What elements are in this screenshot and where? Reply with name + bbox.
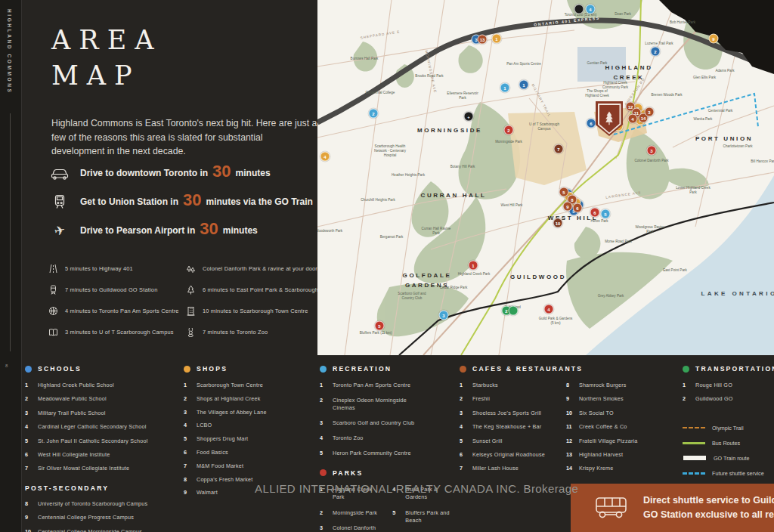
map-neighborhood-label: CURRAN HALL bbox=[421, 192, 487, 199]
site-marker bbox=[596, 101, 623, 136]
torn-corner bbox=[659, 0, 774, 74]
transportation-dot bbox=[683, 366, 689, 373]
amenity-zoo: 7 minutes to Toronto Zoo bbox=[186, 327, 268, 337]
title-line-2: MAP bbox=[51, 60, 141, 91]
map-place-label: Burrows Hall Park bbox=[347, 57, 382, 61]
post-secondary-header: POST-SECONDARY bbox=[25, 484, 180, 492]
map-marker bbox=[509, 306, 519, 316]
map-marker: 3 bbox=[472, 35, 481, 45]
map-place-label: Luzerne Trail Park bbox=[642, 42, 676, 46]
parks-header: PARKS bbox=[320, 469, 460, 477]
legend-item: 6West Hill Collegiate Institute bbox=[25, 451, 180, 458]
left-edge-strip: HIGHLAND COMMONS 8 bbox=[0, 0, 22, 532]
schools-header: SCHOOLS bbox=[25, 365, 180, 373]
map-place-label: Bluffers Park (11 km) bbox=[358, 331, 393, 336]
legend-item: 4The Keg Steakhouse + Bar bbox=[460, 423, 545, 430]
map-marker: 10 bbox=[553, 218, 563, 228]
parkland-blobs bbox=[354, 0, 723, 336]
map-place-label: Bergamot Park bbox=[374, 235, 409, 240]
schools-list: 1Highland Creek Public School2Meadowvale… bbox=[25, 382, 180, 479]
legend-item: 7Miller Lash House bbox=[460, 465, 545, 472]
amenity-town-centre: 10 minutes to Scarborough Town Centre bbox=[186, 306, 308, 316]
legend-item: 2Freshii bbox=[460, 395, 545, 402]
map-neighborhood-label: MORNINGSIDE bbox=[417, 127, 482, 134]
map-marker: 3 bbox=[439, 311, 449, 320]
car-icon bbox=[48, 167, 71, 180]
map-place-label: Heather Heights Park bbox=[391, 173, 426, 178]
building-icon bbox=[186, 306, 196, 316]
legend-item: 6Kelseys Original Roadhouse bbox=[460, 451, 545, 458]
legend-item: 5St. John Paul II Catholic Secondary Sch… bbox=[25, 438, 180, 444]
route-sample-swatch bbox=[683, 427, 705, 428]
route-legend-item: Bus Routes bbox=[683, 440, 774, 447]
map-marker: 9 bbox=[709, 34, 719, 44]
map-marker: 3 bbox=[647, 146, 657, 156]
uoft-campus-area bbox=[508, 112, 587, 185]
amenity-uoft: 3 minutes to U of T Scarborough Campus bbox=[48, 327, 174, 337]
map-place-label: Scarborough Health Network - Centenary H… bbox=[373, 144, 407, 158]
trees-icon bbox=[186, 264, 196, 274]
legend-item: 9Northern Smokes bbox=[566, 395, 638, 402]
shops-dot bbox=[184, 366, 190, 373]
map-place-label: Cedar Ridge Park bbox=[436, 286, 471, 290]
map-marker: 5 bbox=[640, 110, 650, 119]
olympic-trail-line bbox=[461, 0, 641, 355]
legend-item: 10Centennial College Morningside Campus bbox=[25, 528, 180, 532]
map-place-label: East Point Park bbox=[658, 268, 692, 273]
legend-item: 2Guildwood GO bbox=[683, 395, 774, 402]
legend-recreation-column: RECREATION 1Toronto Pan Am Sports Centre… bbox=[320, 365, 460, 532]
route-legend-item: Olympic Trail bbox=[683, 425, 774, 431]
map-neighborhood-label: GUILDWOOD bbox=[510, 274, 566, 280]
map-marker: 8 bbox=[571, 198, 581, 208]
map-marker: 5 bbox=[569, 206, 579, 216]
map-neighborhood-label: WEST HILL bbox=[548, 215, 599, 221]
map-marker: 4 bbox=[586, 5, 596, 14]
bus-icon bbox=[593, 496, 630, 520]
cafes-list-right: 8Shamrock Burgers9Northern Smokes10Six S… bbox=[566, 382, 638, 479]
map-place-label: Charlottetown Park bbox=[720, 144, 755, 149]
map-neighborhood-label: HIGHLAND CREEK bbox=[596, 63, 661, 83]
brokerage-watermark: ALLIED INTERNATIONAL REALTY CANADA INC. … bbox=[255, 482, 578, 495]
map-place-label: Dean Park bbox=[605, 12, 640, 17]
highlight-union-station: Get to Union Station in 30 minutes via t… bbox=[48, 193, 313, 210]
map-place-label: Ellesmere Reservoir Park bbox=[445, 91, 480, 101]
map-road-label: ONTARIO 401 EXPRESS bbox=[534, 15, 600, 26]
recreation-dot bbox=[320, 366, 327, 373]
legend-transportation-column: TRANSPORTATION 1Rouge Hill GO2Guildwood … bbox=[683, 365, 774, 485]
map-marker: 7 bbox=[574, 200, 584, 210]
route-sample-swatch bbox=[683, 472, 705, 475]
page-number: 8 bbox=[5, 363, 8, 368]
map-marker: 3 bbox=[633, 104, 643, 113]
map-place-label: Guildwood bbox=[495, 305, 530, 310]
map-marker: 4 bbox=[320, 152, 330, 162]
book-icon bbox=[48, 327, 58, 337]
pine-tree-icon bbox=[602, 109, 617, 128]
map-marker: 1 bbox=[500, 83, 510, 93]
legend-item: 5Shoppers Drug Mart bbox=[184, 435, 316, 442]
legend-item: 4Toronto Zoo bbox=[320, 435, 460, 442]
legend-item: 5Heron Park Community Centre bbox=[320, 450, 460, 457]
cafes-header: CAFES & RESTAURANTS bbox=[460, 365, 686, 373]
map-marker: 2 bbox=[651, 47, 661, 57]
map-place-label: Highland Creek Park bbox=[457, 272, 491, 277]
map-marker: 4 bbox=[544, 305, 554, 314]
legend-item: 7M&M Food Market bbox=[184, 462, 316, 469]
legend-item: 10Six Social TO bbox=[566, 410, 638, 416]
map-place-label: Brenen Woods Park bbox=[649, 93, 684, 97]
highlight-text: Drive to Pearson Airport in 30 minutes bbox=[80, 222, 258, 239]
map-marker: 6 bbox=[565, 192, 574, 202]
map-road-label: MILITARY TRAIL bbox=[531, 83, 551, 118]
legend-cafes-column: CAFES & RESTAURANTS 1Starbucks2Freshii3S… bbox=[460, 365, 686, 479]
map-place-label: Morningside Park bbox=[491, 140, 526, 144]
pine-icon bbox=[186, 285, 196, 295]
map-place-label: Guild Park & Gardens (5 km) bbox=[538, 317, 573, 326]
sidebar-divider bbox=[10, 113, 11, 351]
map-place-label: Colonel Danforth Park bbox=[634, 159, 669, 163]
map-place-label: Heron Park bbox=[582, 219, 617, 224]
map-place-label: Adams Park bbox=[707, 69, 742, 73]
map-marker: 3 bbox=[645, 107, 655, 117]
legend-item: 1Highland Creek Public School bbox=[25, 382, 180, 388]
pan-am-centre-area bbox=[577, 47, 626, 82]
map-road-label: LAWRENCE AVE bbox=[605, 190, 642, 200]
legend-item: 13Highland Harvest bbox=[566, 451, 638, 458]
